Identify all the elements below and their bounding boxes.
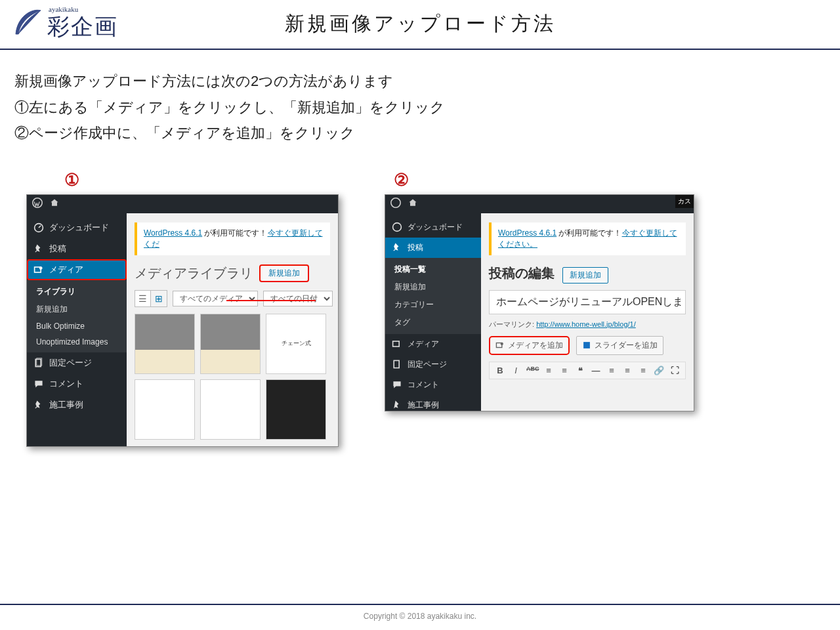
screenshot-1: ダッシュボード 投稿 メディア ライブラリ 新規追加 Bulk Optimize… [26,194,339,447]
wp-version-link[interactable]: WordPress 4.6.1 [498,228,556,238]
post-heading-row: 投稿の編集 新規追加 [489,264,686,284]
annotation-line [226,300,316,301]
wp-sidebar: ダッシュボード 投稿 メディア ライブラリ 新規追加 Bulk Optimize… [27,213,127,446]
submenu-tag[interactable]: タグ [385,314,481,331]
svg-point-11 [501,343,503,345]
bold-button[interactable]: B [495,366,505,375]
quote-button[interactable]: ❝ [575,366,585,375]
submenu-add-new[interactable]: 新規追加 [27,301,127,318]
intro-line-1: 新規画像アップロード方法には次の2つの方法があります [14,68,773,94]
svg-rect-12 [583,342,590,348]
media-icon [392,339,402,349]
ul-button[interactable]: ≡ [543,366,554,375]
view-mode-buttons: ☰ ⊞ [135,290,167,307]
feather-logo-icon [12,8,45,39]
media-thumbnails: チェーン式 [135,314,330,440]
submenu-unoptimized[interactable]: Unoptimized Images [27,334,127,350]
permalink-url[interactable]: http://www.home-well.jp/blog/1/ [536,320,636,328]
align-center-button[interactable]: ≡ [622,366,633,375]
svg-point-6 [391,198,400,207]
screenshot-2: カス ダッシュボード 投稿 投稿一覧 新規追加 カテゴリー タグ メディア 固定… [385,194,694,411]
footer-divider [0,604,840,605]
submenu-add-new[interactable]: 新規追加 [385,278,481,296]
submenu-bulk-optimize[interactable]: Bulk Optimize [27,318,127,334]
media-toolbar: ☰ ⊞ すべてのメディア すべての日付 [135,290,330,307]
comment-icon [33,379,44,389]
media-thumbnail[interactable] [200,314,261,374]
wp-content-area: WordPress 4.6.1 が利用可能です！今すぐ更新してくだ メディアライ… [127,213,338,446]
intro-line-3: ②ページ作成中に、「メディアを追加」をクリック [14,120,773,146]
svg-point-0 [33,198,42,207]
submenu-library[interactable]: ライブラリ [27,283,127,301]
sidebar-item-comments[interactable]: コメント [385,375,481,395]
wp-adminbar: カス [385,195,694,213]
sidebar-item-cases[interactable]: 施工事例 [27,394,127,415]
media-thumbnail[interactable] [200,379,261,440]
edit-post-heading: 投稿の編集 [489,264,555,282]
sidebar-item-dashboard[interactable]: ダッシュボード [385,217,481,238]
submenu-category[interactable]: カテゴリー [385,296,481,314]
wp-logo-icon[interactable] [32,198,43,211]
sidebar-media-submenu: ライブラリ 新規追加 Bulk Optimize Unoptimized Ima… [27,280,127,352]
hr-button[interactable]: — [591,366,601,375]
sidebar-item-comments[interactable]: コメント [27,373,127,394]
wp-logo-icon[interactable] [390,198,401,211]
editor-toolbar: B I ABC ≡ ≡ ❝ — ≡ ≡ ≡ 🔗 ⛶ [489,362,686,379]
add-new-button[interactable]: 新規追加 [562,267,608,284]
logo-title: 彩企画 [47,12,118,42]
grid-view-button[interactable]: ⊞ [151,291,167,306]
media-icon [33,264,44,275]
align-right-button[interactable]: ≡ [638,366,648,375]
list-view-button[interactable]: ☰ [135,291,151,306]
post-title-input[interactable]: ホームページがリニューアルOPENしまし [489,290,686,314]
wp-content-area: WordPress 4.6.1 が利用可能です！今すぐ更新してください。 投稿の… [481,213,694,411]
sidebar-item-pages[interactable]: 固定ページ [385,354,481,375]
number-1-label: ① [64,170,339,190]
intro-text: 新規画像アップロード方法には次の2つの方法があります ①左にある「メディア」をク… [0,50,788,146]
wp-version-link[interactable]: WordPress 4.6.1 [144,228,202,238]
dashboard-icon [33,222,44,233]
date-filter[interactable]: すべての日付 [263,291,333,306]
home-icon[interactable] [408,198,418,211]
update-notice: WordPress 4.6.1 が利用可能です！今すぐ更新してくだ [135,222,330,255]
media-thumbnail[interactable] [135,379,195,440]
logo-text-block: ayakikaku 彩企画 [47,5,118,42]
sidebar-item-pages[interactable]: 固定ページ [27,352,127,373]
intro-line-2: ①左にある「メディア」をクリックし、「新規追加」をクリック [14,94,773,121]
sidebar-item-posts[interactable]: 投稿 [27,238,127,259]
sidebar-item-media[interactable]: メディア [385,334,481,354]
sidebar-item-cases[interactable]: 施工事例 [385,395,481,411]
add-slider-button[interactable]: スライダーを追加 [576,336,663,355]
sidebar-item-dashboard[interactable]: ダッシュボード [27,217,127,238]
submenu-post-list[interactable]: 投稿一覧 [385,261,481,278]
add-new-button[interactable]: 新規追加 [259,264,309,282]
media-buttons-row: メディアを追加 スライダーを追加 [489,336,686,355]
slider-icon [582,341,591,350]
svg-rect-8 [393,341,400,346]
media-thumbnail[interactable]: チェーン式 [266,314,326,374]
dashboard-icon [392,222,402,232]
add-media-button[interactable]: メディアを追加 [489,336,570,355]
italic-button[interactable]: I [511,366,521,375]
pin-icon [33,243,44,254]
media-type-filter[interactable]: すべてのメディア [173,291,258,306]
link-button[interactable]: 🔗 [654,366,664,375]
sidebar-item-posts[interactable]: 投稿 [385,238,481,258]
unlink-button[interactable]: ⛶ [669,366,680,375]
screenshots-row: ① ダッシュボード 投稿 メディア ライブラリ 新規追加 Bulk Optimi… [0,146,840,447]
number-2-label: ② [394,170,694,190]
wp-adminbar [27,195,338,213]
media-thumbnail[interactable] [135,314,195,374]
svg-point-7 [393,223,402,232]
customize-tab[interactable]: カス [675,195,694,208]
sidebar-item-media[interactable]: メディア [27,259,127,280]
align-left-button[interactable]: ≡ [606,366,617,375]
media-library-heading: メディアライブラリ [135,264,253,282]
strike-button[interactable]: ABC [526,366,538,375]
media-thumbnail[interactable] [266,379,326,440]
media-heading-row: メディアライブラリ 新規追加 [135,264,330,282]
pin-icon [392,400,402,410]
home-icon[interactable] [49,198,60,211]
screenshot-2-column: ② カス ダッシュボード 投稿 投稿一覧 新規追加 カテゴリー タグ メディア [385,170,694,411]
ol-button[interactable]: ≡ [559,366,570,375]
